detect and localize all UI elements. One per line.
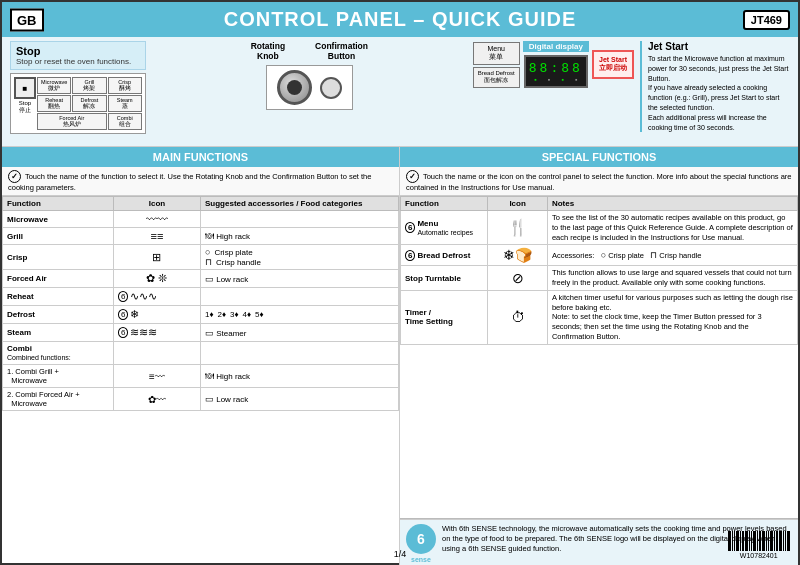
sf-notes-menu: To see the list of the 30 automatic reci…	[547, 211, 797, 245]
sense-label: sense	[411, 556, 431, 563]
jet-start-title: Jet Start	[648, 41, 790, 52]
page-number: 1/4	[394, 548, 407, 559]
sf-col-notes-header: Notes	[547, 197, 797, 211]
barcode-line	[753, 531, 756, 551]
acc-forced-air: ▭ Low rack	[200, 270, 398, 288]
crisp-btn[interactable]: Crisp酥烤	[108, 77, 142, 94]
sense-number: 6	[406, 524, 436, 554]
note-icon: ✓	[8, 170, 21, 183]
jet-start-section: Jet Start To start the Microwave functio…	[640, 41, 790, 132]
page: GB CONTROL PANEL – QUICK GUIDE JT469 Sto…	[0, 0, 800, 565]
sf-col-icon-header: Icon	[488, 197, 548, 211]
header: GB CONTROL PANEL – QUICK GUIDE JT469	[2, 2, 798, 37]
stop-btn-label: Stop停止	[19, 100, 31, 115]
confirmation-button-label: ConfirmationButton	[315, 41, 368, 61]
icon-combi	[113, 342, 200, 365]
barcode-line	[762, 531, 765, 551]
icon-reheat: 6 ∿∿∿	[113, 288, 200, 306]
barcode-line	[774, 531, 775, 551]
icon-defrost: 6 ❄	[113, 306, 200, 324]
reheat-btn[interactable]: Reheat翻热	[37, 95, 71, 112]
sf-notes-timer: A kitchen timer useful for various purpo…	[547, 290, 797, 344]
table-row: Forced Air ✿ ❊ ▭ Low rack	[3, 270, 399, 288]
function-crisp: Crisp	[3, 245, 114, 270]
sf-note-icon: ✓	[406, 170, 419, 183]
combi-btn[interactable]: Combi组合	[108, 113, 142, 130]
barcode-line	[757, 531, 758, 551]
barcode-line	[779, 531, 782, 551]
display-icon-4: ▪	[575, 76, 577, 83]
table-row: Crisp ⊞ ○Crisp plate ⊓Crisp handle	[3, 245, 399, 270]
stop-button[interactable]: ■	[14, 77, 36, 99]
page-title: CONTROL PANEL – QUICK GUIDE	[224, 8, 577, 31]
defrost-btn[interactable]: Defrost解冻	[72, 95, 106, 112]
sf-function-turntable: Stop Turntable	[401, 266, 488, 291]
barcode-line	[745, 531, 748, 551]
special-functions-table: Function Icon Notes 6 MenuAutomatic reci…	[400, 196, 798, 345]
acc-grill: 🍽 High rack	[200, 228, 398, 245]
main-functions-table: Function Icon Suggested accessories / Fo…	[2, 196, 399, 411]
barcode-line	[759, 531, 761, 551]
stop-desc: Stop or reset the oven functions.	[16, 57, 140, 66]
grill-btn[interactable]: Grill烤架	[72, 77, 106, 94]
digital-display: 88:88 ▪ ▪ ▪ ▪	[524, 55, 588, 88]
menu-button[interactable]: Menu菜单	[473, 42, 520, 65]
barcode-line	[734, 531, 736, 551]
icon-steam: 6 ≋≋≋	[113, 324, 200, 342]
confirmation-button[interactable]	[320, 77, 342, 99]
col-icon-header: Icon	[113, 197, 200, 211]
rotating-knob[interactable]	[277, 70, 312, 105]
forced-air-btn[interactable]: Forced Air热风炉	[37, 113, 107, 130]
function-steam: Steam	[3, 324, 114, 342]
acc-microwave	[200, 211, 398, 228]
icon-crisp: ⊞	[113, 245, 200, 270]
barcode-lines	[728, 531, 791, 551]
display-value: 88:88	[529, 60, 583, 75]
stop-title: Stop	[16, 45, 140, 57]
steam-btn[interactable]: Steam蒸	[108, 95, 142, 112]
barcode-line	[770, 531, 773, 551]
function-combi-fa: 2. Combi Forced Air + Microwave	[3, 388, 114, 411]
main-functions-header: MAIN FUNCTIONS	[2, 147, 399, 167]
display-icon-1: ▪	[534, 76, 536, 83]
acc-crisp: ○Crisp plate ⊓Crisp handle	[200, 245, 398, 270]
function-microwave: Microwave	[3, 211, 114, 228]
barcode-line	[768, 531, 770, 551]
acc-defrost: 1♦2♦3♦4♦5♦	[200, 306, 398, 324]
function-defrost: Defrost	[3, 306, 114, 324]
icon-combi-fa: ✿〰	[113, 388, 200, 411]
acc-combi-fa: ▭ Low rack	[200, 388, 398, 411]
main-functions-note: ✓ Touch the name of the function to sele…	[2, 167, 399, 196]
barcode-line	[751, 531, 753, 551]
sf-icon-turntable: ⊘	[488, 266, 548, 291]
icon-grill: ≡≡	[113, 228, 200, 245]
acc-combi	[200, 342, 398, 365]
col-accessories-header: Suggested accessories / Food categories	[200, 197, 398, 211]
function-grill: Grill	[3, 228, 114, 245]
function-combi-grill: 1. Combi Grill + Microwave	[3, 365, 114, 388]
barcode-line	[785, 531, 787, 551]
sf-function-bread: 6 Bread Defrost	[401, 245, 488, 266]
barcode-line	[776, 531, 778, 551]
microwave-btn[interactable]: Microwave微炉	[37, 77, 71, 94]
bread-defrost-button[interactable]: Bread Defrost面包解冻	[473, 67, 520, 88]
table-row: Grill ≡≡ 🍽 High rack	[3, 228, 399, 245]
sf-icon-bread: ❄🍞	[488, 245, 548, 266]
table-row: Defrost 6 ❄ 1♦2♦3♦4♦5♦	[3, 306, 399, 324]
table-row: 1. Combi Grill + Microwave ≡〰 🍽 High rac…	[3, 365, 399, 388]
table-row: 6 Bread Defrost ❄🍞 Accessories: ○ Crisp …	[401, 245, 798, 266]
barcode-number: W10782401	[740, 552, 778, 559]
table-row: Steam 6 ≋≋≋ ▭ Steamer	[3, 324, 399, 342]
function-forced-air: Forced Air	[3, 270, 114, 288]
main-functions-panel: MAIN FUNCTIONS ✓ Touch the name of the f…	[2, 147, 400, 565]
sf-icon-menu: 🍴	[488, 211, 548, 245]
table-row: Microwave 〰〰	[3, 211, 399, 228]
special-functions-panel: SPECIAL FUNCTIONS ✓ Touch the name or th…	[400, 147, 798, 565]
barcode-line	[736, 531, 739, 551]
main-content: MAIN FUNCTIONS ✓ Touch the name of the f…	[2, 147, 798, 565]
sf-function-timer: Timer /Time Setting	[401, 290, 488, 344]
digital-display-label: Digital display	[523, 41, 589, 52]
icon-combi-grill: ≡〰	[113, 365, 200, 388]
barcode-line	[766, 531, 767, 551]
jet-start-button[interactable]: Jet Start立即启动	[592, 50, 634, 79]
